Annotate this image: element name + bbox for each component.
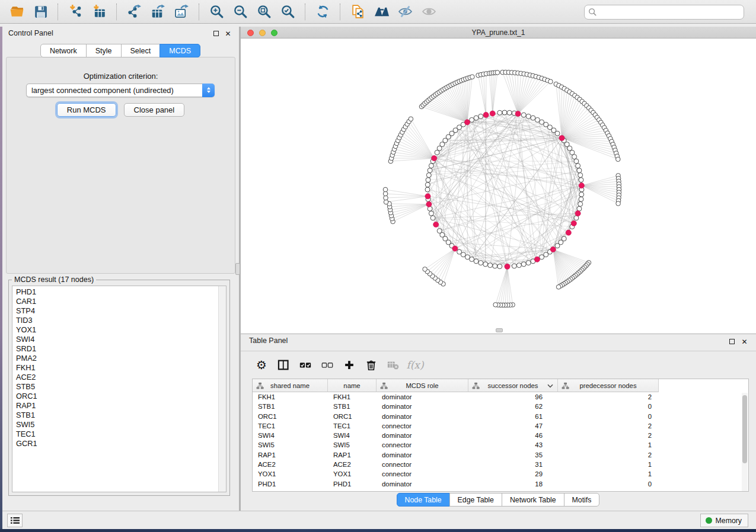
close-panel-button[interactable]: ✕ <box>224 30 232 37</box>
table-settings-button[interactable]: ⚙ <box>253 356 270 374</box>
network-node[interactable] <box>483 262 488 267</box>
network-hub-node[interactable] <box>534 257 540 262</box>
mcds-result-node[interactable]: STB5 <box>15 382 217 392</box>
mcds-result-node[interactable]: STP4 <box>15 306 217 316</box>
network-node[interactable] <box>526 114 531 118</box>
tab-edge-table[interactable]: Edge Table <box>449 493 502 507</box>
network-hub-node[interactable] <box>464 120 470 125</box>
tab-network[interactable]: Network <box>40 44 87 57</box>
mcds-result-node[interactable]: ACE2 <box>15 373 217 382</box>
mcds-result-node[interactable]: SWI5 <box>15 420 217 430</box>
network-satellite-node[interactable] <box>470 75 475 79</box>
find-network-button[interactable] <box>371 2 391 21</box>
mcds-result-node[interactable]: RAP1 <box>15 401 217 411</box>
network-satellite-node[interactable] <box>548 79 553 84</box>
import-table-button[interactable] <box>89 2 109 21</box>
network-node[interactable] <box>507 110 512 115</box>
network-node[interactable] <box>479 261 483 265</box>
network-node[interactable] <box>493 264 497 268</box>
network-node[interactable] <box>470 117 474 122</box>
network-node[interactable] <box>425 182 430 187</box>
network-node[interactable] <box>488 263 493 268</box>
table-row[interactable]: TEC1TEC1connector472 <box>253 421 748 431</box>
float-panel-button[interactable] <box>212 30 220 37</box>
network-hub-node[interactable] <box>566 230 571 235</box>
network-node[interactable] <box>576 164 580 168</box>
network-node[interactable] <box>425 187 430 192</box>
table-row[interactable]: SWI4SWI4dominator462 <box>253 431 748 440</box>
network-canvas[interactable] <box>241 39 756 334</box>
zoom-in-button[interactable] <box>206 2 227 21</box>
network-node[interactable] <box>502 110 507 115</box>
export-network-button[interactable] <box>124 2 144 21</box>
network-node[interactable] <box>579 197 583 201</box>
network-hub-node[interactable] <box>571 220 576 226</box>
export-image-button[interactable] <box>171 2 192 21</box>
zoom-out-button[interactable] <box>230 2 250 21</box>
network-node[interactable] <box>574 159 579 164</box>
task-history-button[interactable] <box>7 514 23 527</box>
network-satellite-node[interactable] <box>423 267 428 272</box>
mcds-result-node[interactable]: FKH1 <box>15 363 217 373</box>
network-hub-node[interactable] <box>559 135 564 140</box>
mcds-result-node[interactable]: STB1 <box>15 411 217 420</box>
network-hub-node[interactable] <box>515 111 521 116</box>
network-node[interactable] <box>512 264 516 268</box>
optimization-criterion-select[interactable]: largest connected component (undirected) <box>26 84 215 97</box>
open-session-button[interactable] <box>7 2 27 21</box>
column-header-MCDS-role[interactable]: MCDS role <box>377 379 468 392</box>
network-node[interactable] <box>574 216 579 220</box>
network-node[interactable] <box>578 201 583 206</box>
mcds-result-node[interactable]: ORC1 <box>15 392 217 401</box>
network-node[interactable] <box>428 168 432 173</box>
zoom-selected-button[interactable] <box>277 2 298 21</box>
close-panel-mcds-button[interactable]: Close panel <box>124 103 185 117</box>
network-node[interactable] <box>521 113 526 117</box>
vertical-splitter-handle[interactable] <box>235 263 240 275</box>
network-satellite-node[interactable] <box>616 157 621 162</box>
network-node[interactable] <box>497 264 502 269</box>
network-node[interactable] <box>555 131 560 136</box>
network-node[interactable] <box>578 173 583 178</box>
hide-selected-button[interactable] <box>395 2 415 21</box>
network-satellite-node[interactable] <box>556 285 561 290</box>
tab-motifs[interactable]: Motifs <box>564 493 600 507</box>
network-hub-node[interactable] <box>575 211 580 216</box>
network-satellite-node[interactable] <box>495 70 500 75</box>
network-hub-node[interactable] <box>490 111 495 116</box>
export-table-button[interactable] <box>148 2 168 21</box>
table-float-button[interactable] <box>728 338 736 345</box>
import-network-button[interactable] <box>65 2 85 21</box>
network-node[interactable] <box>521 262 526 267</box>
network-satellite-node[interactable] <box>384 200 388 204</box>
network-node[interactable] <box>479 114 483 118</box>
network-node[interactable] <box>426 173 431 178</box>
save-session-button[interactable] <box>30 2 50 21</box>
network-node[interactable] <box>430 216 435 220</box>
network-hub-node[interactable] <box>452 246 458 251</box>
memory-button[interactable]: Memory <box>700 514 748 527</box>
network-node[interactable] <box>429 164 433 168</box>
network-satellite-node[interactable] <box>383 187 388 192</box>
table-row[interactable]: FKH1FKH1dominator962 <box>253 392 748 402</box>
network-satellite-node[interactable] <box>409 117 413 121</box>
network-node[interactable] <box>555 243 560 248</box>
mcds-result-node[interactable]: CAR1 <box>15 297 217 306</box>
horizontal-splitter-handle[interactable] <box>496 328 503 332</box>
fit-content-button[interactable] <box>254 2 274 21</box>
deselect-all-rows-button[interactable] <box>318 356 336 374</box>
select-all-rows-button[interactable] <box>296 356 314 374</box>
column-header-predecessor-nodes[interactable]: predecessor nodes <box>558 379 659 392</box>
network-satellite-node[interactable] <box>384 196 388 200</box>
tab-network-table[interactable]: Network Table <box>502 493 564 507</box>
table-row[interactable]: PHD1PHD1dominator180 <box>253 479 748 489</box>
network-node[interactable] <box>572 155 577 159</box>
network-satellite-node[interactable] <box>493 303 498 307</box>
network-node[interactable] <box>531 116 535 120</box>
column-header-name[interactable]: name <box>328 379 377 392</box>
mcds-result-node[interactable]: TID3 <box>15 316 217 325</box>
network-node[interactable] <box>579 178 583 182</box>
table-row[interactable]: STB1STB1dominator620 <box>253 402 748 411</box>
table-row[interactable]: YOX1YOX1connector291 <box>253 469 748 479</box>
mcds-result-node[interactable]: YOX1 <box>15 325 217 335</box>
